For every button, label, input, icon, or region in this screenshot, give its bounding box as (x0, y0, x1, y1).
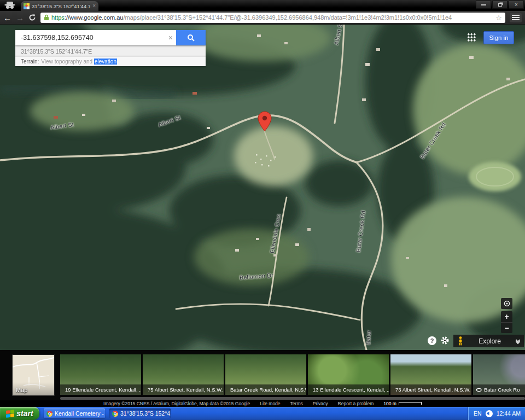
chrome-menu-icon[interactable] (510, 13, 522, 22)
pegman-icon[interactable] (458, 336, 463, 346)
taskbar-item-coordinates[interactable]: 31°38'15.3"S 152°41'... (109, 409, 171, 418)
photo-caption: 19 Ellendale Crescent, Kendall, ... (60, 384, 141, 395)
terrain-label: Terrain: (21, 59, 39, 65)
tab-title: 31°38'15.3"S 152°41'44.7"E (32, 3, 90, 9)
settings-gear-icon[interactable] (440, 336, 450, 345)
map-attribution-bar: Imagery ©2015 CNES / Astrium, DigitalGlo… (0, 400, 525, 407)
search-button[interactable] (176, 30, 206, 45)
photo-caption: Batar Creek Ro (473, 384, 525, 395)
back-icon[interactable]: ← (3, 14, 11, 22)
windows-logo-icon (6, 410, 14, 418)
terrain-text: View topography and elevation (41, 59, 117, 65)
street-label: Batar (365, 330, 372, 345)
browser-tab[interactable]: 31°38'15.3"S 152°41'44.7"E × (21, 1, 98, 11)
google-maps-favicon (24, 3, 30, 9)
photo-caption: Batar Creek Road, Kendall, N.S.W. (225, 384, 306, 395)
window-restore-button[interactable] (492, 1, 508, 9)
url-omnibox[interactable]: https://www.google.com.au/maps/place/31°… (40, 13, 505, 23)
map-thumb-label: Map (16, 387, 27, 393)
browser-title-bar: 31°38'15.3"S 152°41'44.7"E × × (0, 0, 525, 11)
photo-strip-footer: Map 19 Ellendale Crescent, Kendall, ... … (0, 350, 525, 400)
satellite-imagery (0, 25, 525, 350)
bookmark-star-icon[interactable]: ☆ (495, 14, 502, 22)
explore-label: Explore (469, 337, 511, 345)
help-button[interactable]: ? (428, 336, 436, 345)
clock[interactable]: 12:44 AM (497, 410, 521, 417)
search-icon (187, 34, 195, 42)
map-scale: 100 m (383, 401, 422, 406)
lite-mode-link[interactable]: Lite mode (260, 401, 280, 406)
selected-text: elevation (94, 59, 117, 65)
window-minimize-button[interactable] (476, 1, 491, 9)
windows-taskbar: start Kendall Cemetery - G... 31°38'15.3… (0, 407, 525, 420)
map-mode-toggle[interactable]: Map (12, 354, 55, 396)
street-view-photo[interactable]: 73 Albert Street, Kendall, N.S.W. (390, 354, 471, 395)
restore-icon (498, 3, 502, 7)
start-label: start (16, 409, 33, 418)
carousel-scrollbar[interactable] (60, 397, 525, 400)
terms-link[interactable]: Terms (290, 401, 303, 406)
maps-search-panel: × 31°38'15.3"S 152°41'44.7"E Terrain: Vi… (15, 30, 206, 66)
imagery-attribution: Imagery ©2015 CNES / Astrium, DigitalGlo… (103, 401, 250, 406)
street-view-photo[interactable]: 75 Albert Street, Kendall, N.S.W. (143, 354, 224, 395)
system-tray: EN 12:44 AM (468, 407, 525, 420)
explore-bar[interactable]: Explore (453, 335, 524, 347)
window-close-button[interactable]: × (509, 1, 524, 9)
window-controls: × (476, 1, 524, 9)
scale-bar (399, 402, 422, 405)
street-view-360-icon (476, 388, 482, 392)
map-pin[interactable] (258, 111, 272, 132)
compass-icon (504, 300, 510, 307)
refresh-icon[interactable] (28, 14, 36, 21)
taskbar-item-kendall-cemetery[interactable]: Kendall Cemetery - G... (44, 409, 105, 418)
start-button[interactable]: start (0, 407, 39, 420)
search-row: × (15, 30, 206, 45)
desktop-screen: 31°38'15.3"S 152°41'44.7"E × × ← → https… (0, 0, 525, 420)
chrome-icon (46, 411, 52, 417)
street-view-photo[interactable]: 19 Ellendale Crescent, Kendall, ... (60, 354, 141, 395)
sign-in-button[interactable]: Sign in (483, 31, 514, 44)
incognito-icon (3, 1, 16, 10)
street-view-photo[interactable]: 13 Ellendale Crescent, Kendall, ... (308, 354, 389, 395)
chrome-icon (112, 411, 118, 417)
photo-caption: 13 Ellendale Crescent, Kendall, ... (308, 384, 389, 395)
map-canvas[interactable]: Albert St Albert St Albert St Batar Cree… (0, 25, 525, 350)
minimize-icon (481, 4, 486, 5)
street-view-photo[interactable]: Batar Creek Ro (473, 354, 525, 395)
search-suggestion[interactable]: 31°38'15.3"S 152°41'44.7"E (15, 45, 206, 56)
collapse-chevrons-icon[interactable] (516, 339, 520, 343)
privacy-link[interactable]: Privacy (313, 401, 328, 406)
url-text: https://www.google.com.au/maps/place/31°… (51, 14, 493, 21)
zoom-out-button[interactable]: − (501, 322, 512, 333)
photo-caption: 75 Albert Street, Kendall, N.S.W. (143, 384, 224, 395)
https-padlock-icon (44, 14, 49, 21)
photo-carousel: 19 Ellendale Crescent, Kendall, ... 75 A… (60, 354, 525, 395)
google-apps-grid-icon[interactable] (468, 33, 476, 42)
volume-icon[interactable] (486, 410, 493, 417)
terrain-suggestion[interactable]: Terrain: View topography and elevation (15, 56, 206, 66)
my-location-button[interactable] (501, 298, 512, 309)
report-problem-link[interactable]: Report a problem (338, 401, 374, 406)
browser-toolbar: ← → https://www.google.com.au/maps/place… (0, 11, 525, 25)
tab-close-icon[interactable]: × (92, 3, 96, 9)
language-indicator[interactable]: EN (474, 410, 482, 417)
street-view-photo[interactable]: Batar Creek Road, Kendall, N.S.W. (225, 354, 306, 395)
photo-caption: 73 Albert Street, Kendall, N.S.W. (390, 384, 471, 395)
clear-search-icon[interactable]: × (168, 33, 173, 42)
search-input[interactable] (15, 30, 176, 45)
forward-icon[interactable]: → (16, 14, 24, 22)
zoom-in-button[interactable]: + (501, 311, 512, 322)
